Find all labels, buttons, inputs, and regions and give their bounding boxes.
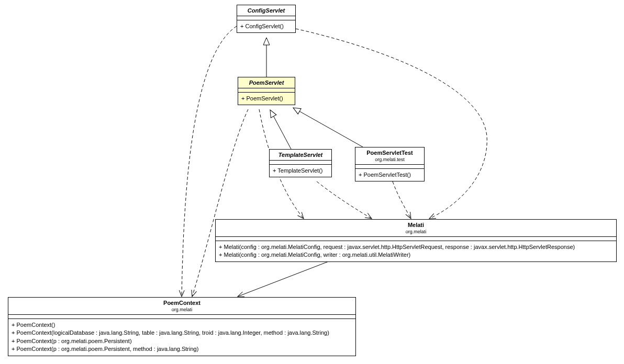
operation: + PoemContext(logicalDatabase : java.lan… [12,329,352,337]
class-poem-servlet-test: PoemServletTest org.melati.test + PoemSe… [355,147,425,181]
class-config-servlet: ConfigServlet + ConfigServlet() [237,5,296,33]
class-ops: + PoemServletTest() [355,169,424,181]
class-attrs [238,88,295,93]
class-attrs [237,16,295,20]
operation: + Melati(config : org.melati.MelatiConfi… [219,243,613,251]
class-header: Melati org.melati [216,220,616,237]
class-package: org.melati [220,229,612,234]
operation: + ConfigServlet() [240,22,292,30]
operation: + PoemContext() [12,321,352,329]
class-name: PoemServlet [242,79,291,86]
class-header: PoemContext org.melati [8,298,355,315]
class-attrs [216,237,616,241]
class-ops: + TemplateServlet() [270,165,331,177]
class-template-servlet: TemplateServlet + TemplateServlet() [269,149,332,177]
class-ops: + Melati(config : org.melati.MelatiConfi… [216,241,616,261]
operation: + PoemContext(p : org.melati.poem.Persis… [12,345,352,353]
class-header: TemplateServlet [270,150,331,161]
operation: + PoemServlet() [241,95,292,103]
operation: + PoemServletTest() [359,171,421,179]
class-name: ConfigServlet [241,7,291,14]
class-ops: + PoemContext() + PoemContext(logicalDat… [8,319,355,356]
class-package: org.melati.test [360,157,420,162]
class-header: ConfigServlet [237,5,295,16]
class-attrs [8,315,355,319]
class-melati: Melati org.melati + Melati(config : org.… [215,219,617,262]
operation: + Melati(config : org.melati.MelatiConfi… [219,251,613,259]
class-header: PoemServletTest org.melati.test [355,147,424,165]
operation: + TemplateServlet() [273,167,328,175]
class-name: Melati [220,222,612,228]
class-ops: + ConfigServlet() [237,20,295,32]
class-ops: + PoemServlet() [238,93,295,105]
class-poem-context: PoemContext org.melati + PoemContext() +… [8,297,356,356]
class-attrs [270,161,331,165]
class-package: org.melati [13,307,351,312]
class-attrs [355,165,424,169]
class-poem-servlet: PoemServlet + PoemServlet() [238,77,295,105]
class-name: PoemServletTest [360,150,420,156]
class-name: PoemContext [13,300,351,306]
class-header: PoemServlet [238,77,295,88]
operation: + PoemContext(p : org.melati.poem.Persis… [12,337,352,345]
class-name: TemplateServlet [274,152,327,158]
